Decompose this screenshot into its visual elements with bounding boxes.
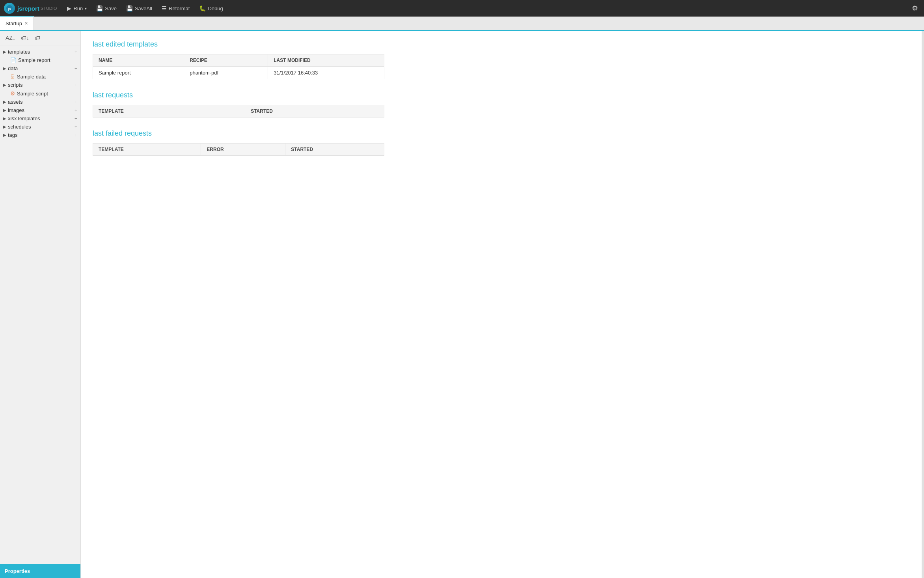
col-recipe: RECIPE (184, 54, 268, 67)
main-content: last edited templates NAME RECIPE LAST M… (81, 31, 922, 578)
sidebar-item-sample-data[interactable]: 🗄 Sample data (0, 73, 80, 81)
last-edited-title: last edited templates (93, 40, 910, 48)
templates-add-icon[interactable]: + (75, 49, 77, 55)
data-arrow-icon: ▶ (3, 66, 6, 71)
sidebar-toolbar: AZ↓ 🏷↓ 🏷 (0, 31, 80, 45)
data-label: data (8, 65, 73, 71)
assets-arrow-icon: ▶ (3, 100, 6, 104)
col-template-failed: TEMPLATE (93, 144, 201, 156)
col-started: STARTED (245, 105, 384, 117)
sidebar-item-scripts[interactable]: ▶ scripts + (0, 81, 80, 89)
tags-arrow-icon: ▶ (3, 133, 6, 137)
sidebar-item-tags[interactable]: ▶ tags + (0, 131, 80, 139)
save-all-button[interactable]: 💾 SaveAll (122, 3, 156, 13)
toolbar: js jsreport STUDIO ▶ Run ▾ 💾 Save 💾 Save… (0, 0, 924, 17)
last-failed-title: last failed requests (93, 129, 910, 138)
schedules-label: schedules (8, 124, 73, 130)
main-layout: AZ↓ 🏷↓ 🏷 ▶ templates + 📄 Sample report (0, 31, 924, 578)
table-row[interactable]: Sample report phantom-pdf 31/1/2017 16:4… (93, 67, 384, 79)
sidebar-item-sample-report[interactable]: 📄 Sample report (0, 56, 80, 64)
debug-button[interactable]: 🐛 Debug (195, 3, 227, 13)
properties-label: Properties (5, 568, 30, 574)
col-template: TEMPLATE (93, 105, 245, 117)
assets-label: assets (8, 99, 73, 105)
templates-arrow-icon: ▶ (3, 50, 6, 54)
sample-report-label: Sample report (18, 57, 77, 63)
sidebar-item-xlsx-templates[interactable]: ▶ xlsxTemplates + (0, 114, 80, 123)
tab-startup-close[interactable]: ✕ (24, 21, 28, 26)
sample-data-label: Sample data (17, 74, 77, 80)
cell-last-modified: 31/1/2017 16:40:33 (268, 67, 384, 79)
tags-label: tags (8, 132, 73, 138)
filter-az-icon: AZ↓ (6, 35, 15, 41)
assets-add-icon[interactable]: + (75, 99, 77, 105)
schedules-arrow-icon: ▶ (3, 125, 6, 129)
sidebar-tree: ▶ templates + 📄 Sample report ▶ data + 🗄… (0, 45, 80, 564)
xlsx-label: xlsxTemplates (8, 116, 73, 121)
svg-text:js: js (8, 7, 11, 11)
sidebar-item-images[interactable]: ▶ images + (0, 106, 80, 114)
last-failed-table: TEMPLATE ERROR STARTED (93, 143, 384, 156)
logo-text: jsreport (17, 5, 39, 12)
filter-tag-icon: 🏷↓ (21, 35, 29, 41)
tags-add-icon[interactable]: + (75, 132, 77, 138)
script-icon: ⚙ (10, 90, 15, 97)
last-requests-title: last requests (93, 91, 910, 99)
app-logo: js jsreport STUDIO (4, 3, 57, 14)
images-arrow-icon: ▶ (3, 108, 6, 112)
data-icon: 🗄 (10, 74, 15, 80)
debug-icon: 🐛 (199, 5, 206, 11)
sidebar-item-templates[interactable]: ▶ templates + (0, 48, 80, 56)
tag-icon: 🏷 (35, 35, 40, 41)
save-icon: 💾 (96, 5, 103, 11)
run-dropdown-icon[interactable]: ▾ (85, 6, 87, 11)
sample-script-label: Sample script (17, 91, 77, 97)
logo-studio: STUDIO (41, 6, 57, 11)
data-add-icon[interactable]: + (75, 66, 77, 71)
col-error: ERROR (201, 144, 285, 156)
scripts-label: scripts (8, 82, 73, 88)
sidebar-item-assets[interactable]: ▶ assets + (0, 98, 80, 106)
sidebar-item-sample-script[interactable]: ⚙ Sample script (0, 89, 80, 98)
properties-panel[interactable]: Properties (0, 564, 80, 578)
right-panel-divider (922, 31, 924, 578)
col-name: NAME (93, 54, 184, 67)
filter-tag-button[interactable]: 🏷↓ (19, 34, 31, 42)
xlsx-arrow-icon: ▶ (3, 116, 6, 121)
tab-startup[interactable]: Startup ✕ (0, 16, 34, 30)
tab-bar: Startup ✕ (0, 17, 924, 31)
sidebar-item-data[interactable]: ▶ data + (0, 64, 80, 73)
cell-recipe: phantom-pdf (184, 67, 268, 79)
save-button[interactable]: 💾 Save (92, 3, 121, 13)
scripts-arrow-icon: ▶ (3, 83, 6, 87)
schedules-add-icon[interactable]: + (75, 124, 77, 130)
logo-icon: js (4, 3, 15, 14)
cell-name: Sample report (93, 67, 184, 79)
reformat-icon: ☰ (162, 5, 167, 11)
templates-label: templates (8, 49, 73, 55)
last-requests-table: TEMPLATE STARTED (93, 105, 384, 117)
settings-button[interactable]: ⚙ (910, 2, 920, 15)
run-icon: ▶ (67, 5, 71, 11)
reformat-button[interactable]: ☰ Reformat (158, 3, 194, 13)
doc-icon: 📄 (10, 57, 17, 63)
tab-startup-label: Startup (6, 21, 22, 26)
filter-az-button[interactable]: AZ↓ (4, 34, 17, 42)
col-started-failed: STARTED (285, 144, 384, 156)
col-last-modified: LAST MODIFIED (268, 54, 384, 67)
save-all-icon: 💾 (126, 5, 133, 11)
xlsx-add-icon[interactable]: + (75, 116, 77, 121)
sidebar: AZ↓ 🏷↓ 🏷 ▶ templates + 📄 Sample report (0, 31, 81, 578)
tag-button[interactable]: 🏷 (33, 34, 42, 42)
sidebar-item-schedules[interactable]: ▶ schedules + (0, 123, 80, 131)
images-label: images (8, 107, 73, 113)
run-button[interactable]: ▶ Run ▾ (63, 3, 91, 13)
scripts-add-icon[interactable]: + (75, 82, 77, 88)
images-add-icon[interactable]: + (75, 108, 77, 113)
last-edited-table: NAME RECIPE LAST MODIFIED Sample report … (93, 54, 384, 79)
